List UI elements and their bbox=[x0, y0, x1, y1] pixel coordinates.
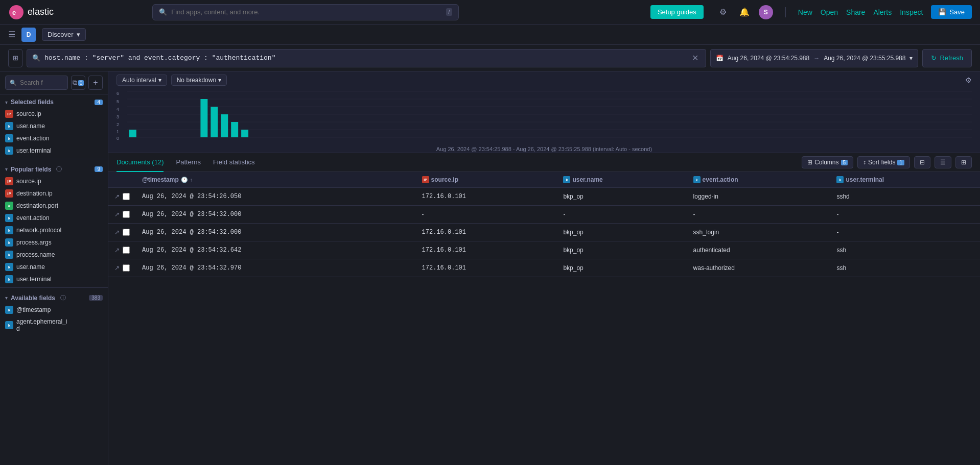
tab-field-statistics[interactable]: Field statistics bbox=[213, 153, 255, 172]
field-name: destination.port bbox=[16, 202, 58, 209]
popular-field-user-terminal[interactable]: k user.terminal bbox=[0, 273, 108, 285]
available-fields-section-header[interactable]: ▾ Available fields ⓘ 383 bbox=[0, 290, 108, 304]
table-row: ↗ Aug 26, 2024 @ 23:54:26.050 172.16.0.1… bbox=[108, 188, 980, 206]
nav-alerts[interactable]: Alerts bbox=[873, 8, 892, 16]
field-type-k-badge: k bbox=[5, 238, 13, 247]
field-type-k-badge: k bbox=[5, 226, 13, 234]
notifications-icon-btn[interactable]: 🔔 bbox=[737, 5, 752, 19]
hamburger-button[interactable]: ☰ bbox=[8, 30, 15, 39]
breakdown-button[interactable]: No breakdown ▾ bbox=[171, 75, 227, 86]
field-type-k-badge: k bbox=[5, 263, 13, 271]
row-expand-button[interactable]: ↗ bbox=[114, 229, 120, 236]
query-bar: ⊞ 🔍 ✕ 📅 Aug 26, 2024 @ 23:54:25.988 → Au… bbox=[0, 45, 980, 71]
sidebar-search-input[interactable] bbox=[20, 79, 63, 86]
global-search-bar[interactable]: 🔍 / bbox=[152, 4, 459, 20]
selected-field-user-terminal[interactable]: k user.terminal bbox=[0, 144, 108, 157]
user-avatar[interactable]: S bbox=[759, 5, 773, 19]
row-actions-cell: ↗ bbox=[108, 188, 136, 206]
nav-new[interactable]: New bbox=[798, 8, 812, 16]
row-checkbox[interactable] bbox=[123, 247, 130, 254]
selected-field-event-action[interactable]: k event.action bbox=[0, 132, 108, 144]
selected-field-source-ip[interactable]: IP source.ip bbox=[0, 108, 108, 120]
th-source-ip[interactable]: IP source.ip bbox=[416, 172, 557, 188]
row-checkbox[interactable] bbox=[123, 229, 130, 236]
search-icon: 🔍 bbox=[159, 8, 167, 16]
row-expand-button[interactable]: ↗ bbox=[114, 247, 120, 254]
sidebar-search-icon: 🔍 bbox=[10, 80, 17, 86]
popular-field-event-action[interactable]: k event.action bbox=[0, 212, 108, 224]
field-name: source.ip bbox=[16, 178, 41, 185]
row-timestamp: Aug 26, 2024 @ 23:54:32.000 bbox=[136, 206, 416, 224]
view-toggle-btn-1[interactable]: ⊟ bbox=[914, 156, 930, 168]
view-toggle-btn-2[interactable]: ☰ bbox=[935, 156, 951, 168]
refresh-button[interactable]: ↻ Refresh bbox=[922, 49, 972, 67]
view-toggle-btn-3[interactable]: ⊞ bbox=[955, 156, 972, 168]
query-input-wrapper: 🔍 ✕ bbox=[27, 49, 706, 67]
popular-fields-section-header[interactable]: ▾ Popular fields ⓘ 9 bbox=[0, 161, 108, 175]
row-checkbox[interactable] bbox=[123, 193, 130, 200]
row-expand-button[interactable]: ↗ bbox=[114, 211, 120, 218]
popular-fields-list: IP source.ip IP destination.ip # destina… bbox=[0, 175, 108, 285]
table-row: ↗ Aug 26, 2024 @ 23:54:32.000 172.16.0.1… bbox=[108, 224, 980, 241]
columns-label: Columns bbox=[814, 159, 838, 166]
sidebar-toggle-icon: ⊞ bbox=[13, 54, 18, 62]
timestamp-sort-icon[interactable]: ↑ bbox=[190, 177, 193, 183]
row-timestamp: Aug 26, 2024 @ 23:54:32.000 bbox=[136, 224, 416, 241]
field-name: user.name bbox=[16, 123, 45, 130]
popular-field-user-name[interactable]: k user.name bbox=[0, 261, 108, 273]
discover-button[interactable]: Discover ▾ bbox=[42, 28, 86, 41]
nav-share[interactable]: Share bbox=[846, 8, 865, 16]
popular-field-process-args[interactable]: k process.args bbox=[0, 236, 108, 249]
interval-chevron-icon: ▾ bbox=[158, 77, 161, 84]
sidebar-toggle-btn[interactable]: ⊞ bbox=[8, 49, 22, 67]
th-timestamp[interactable]: @timestamp 🕐 ↑ bbox=[136, 172, 416, 188]
popular-field-network-protocol[interactable]: k network.protocol bbox=[0, 224, 108, 236]
interval-button[interactable]: Auto interval ▾ bbox=[116, 75, 167, 86]
columns-button[interactable]: ⊞ Columns 5 bbox=[802, 156, 853, 168]
popular-field-process-name[interactable]: k process.name bbox=[0, 249, 108, 261]
second-navigation: ☰ D Discover ▾ bbox=[0, 25, 980, 45]
field-name: network.protocol bbox=[16, 227, 61, 234]
chart-settings-icon-btn[interactable]: ⚙ bbox=[965, 76, 972, 84]
nav-open[interactable]: Open bbox=[821, 8, 838, 16]
sidebar-filter-button[interactable]: ⧉ 0 bbox=[71, 76, 85, 90]
popular-field-destination-ip[interactable]: IP destination.ip bbox=[0, 187, 108, 200]
th-user-terminal[interactable]: k user.terminal bbox=[830, 172, 980, 188]
refresh-icon: ↻ bbox=[931, 54, 937, 62]
available-field-timestamp[interactable]: k @timestamp bbox=[0, 304, 108, 316]
row-checkbox[interactable] bbox=[123, 264, 130, 272]
setup-guides-button[interactable]: Setup guides bbox=[650, 5, 704, 19]
sidebar-search[interactable]: 🔍 bbox=[5, 76, 68, 90]
save-button[interactable]: 💾 Save bbox=[931, 5, 972, 19]
elastic-logo[interactable]: e elastic bbox=[8, 4, 54, 20]
tab-patterns[interactable]: Patterns bbox=[176, 153, 200, 172]
row-expand-button[interactable]: ↗ bbox=[114, 193, 120, 200]
available-field-agent-ephemeral[interactable]: k agent.ephemeral_id bbox=[0, 316, 108, 334]
popular-field-source-ip[interactable]: IP source.ip bbox=[0, 175, 108, 187]
row-checkbox[interactable] bbox=[123, 211, 130, 218]
nav-inspect[interactable]: Inspect bbox=[900, 8, 923, 16]
query-clear-button[interactable]: ✕ bbox=[690, 53, 701, 63]
available-fields-info-icon[interactable]: ⓘ bbox=[60, 294, 66, 302]
top-navigation: e elastic 🔍 / Setup guides ⚙ 🔔 S New Ope… bbox=[0, 0, 980, 25]
tab-documents[interactable]: Documents (12) bbox=[116, 153, 164, 172]
selected-fields-section-header[interactable]: ▾ Selected fields 4 bbox=[0, 94, 108, 108]
row-user-terminal: sshd bbox=[830, 188, 980, 206]
row-expand-button[interactable]: ↗ bbox=[114, 264, 120, 272]
row-timestamp: Aug 26, 2024 @ 23:54:32.970 bbox=[136, 259, 416, 277]
selected-field-user-name[interactable]: k user.name bbox=[0, 120, 108, 132]
popular-fields-info-icon[interactable]: ⓘ bbox=[56, 165, 62, 173]
sort-fields-button[interactable]: ↕ Sort fields 1 bbox=[857, 156, 910, 168]
svg-text:0: 0 bbox=[116, 136, 119, 140]
time-picker[interactable]: 📅 Aug 26, 2024 @ 23:54:25.988 → Aug 26, … bbox=[710, 49, 919, 67]
space-badge[interactable]: D bbox=[21, 28, 36, 42]
sidebar-add-button[interactable]: + bbox=[88, 76, 103, 90]
global-search-input[interactable] bbox=[171, 8, 441, 16]
field-name: event.action bbox=[16, 214, 50, 222]
th-user-name[interactable]: k user.name bbox=[557, 172, 687, 188]
columns-view-icon: ⊞ bbox=[961, 159, 966, 166]
settings-icon-btn[interactable]: ⚙ bbox=[716, 5, 730, 19]
popular-field-destination-port[interactable]: # destination.port bbox=[0, 200, 108, 212]
query-input[interactable] bbox=[44, 54, 686, 62]
th-event-action[interactable]: k event.action bbox=[687, 172, 831, 188]
